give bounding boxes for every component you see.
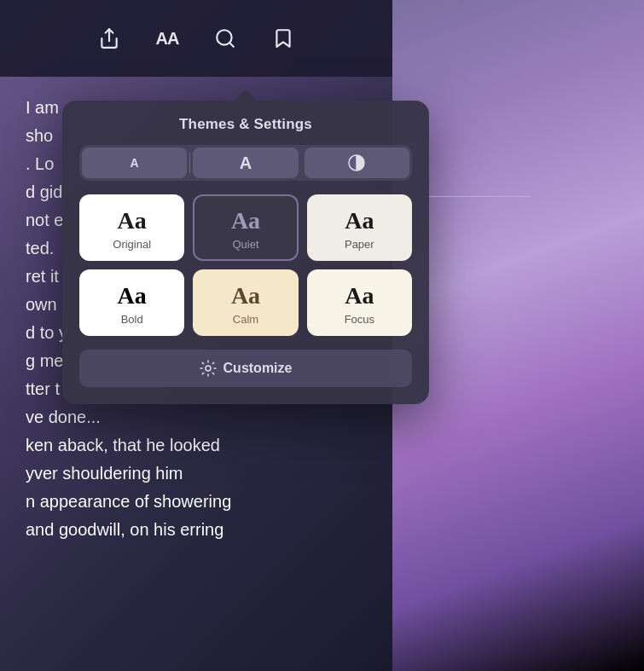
font-small-button[interactable]: A — [82, 148, 187, 178]
theme-quiet-label: Quiet — [232, 238, 258, 251]
theme-bold-label: Bold — [121, 313, 143, 326]
theme-original-text: Aa — [118, 208, 147, 234]
font-size-label: AA — [156, 29, 179, 49]
font-small-label: A — [131, 156, 139, 170]
contrast-button[interactable] — [305, 148, 409, 178]
font-large-button[interactable]: A — [193, 148, 298, 178]
theme-original[interactable]: Aa Original — [79, 194, 184, 261]
contrast-icon — [347, 153, 366, 172]
theme-bold-text: Aa — [118, 283, 147, 309]
theme-calm-label: Calm — [233, 313, 258, 326]
theme-calm-text: Aa — [231, 283, 260, 309]
segment-control: A A — [79, 145, 412, 181]
theme-paper-text: Aa — [345, 208, 374, 234]
theme-calm[interactable]: Aa Calm — [193, 269, 298, 336]
search-button[interactable] — [210, 23, 241, 54]
customize-label: Customize — [223, 361, 293, 376]
theme-grid: Aa Original Aa Quiet Aa Paper Aa Bold Aa… — [79, 194, 412, 336]
panel-caret — [234, 90, 258, 101]
theme-focus-text: Aa — [345, 283, 374, 309]
theme-focus[interactable]: Aa Focus — [307, 269, 412, 336]
theme-paper[interactable]: Aa Paper — [307, 194, 412, 261]
font-size-button[interactable]: AA — [152, 23, 183, 54]
theme-original-label: Original — [113, 238, 151, 251]
panel-title: Themes & Settings — [62, 101, 429, 145]
customize-button[interactable]: Customize — [79, 350, 412, 387]
font-large-label: A — [240, 153, 252, 173]
customize-icon — [200, 360, 217, 377]
segment-divider — [189, 153, 190, 173]
theme-bold[interactable]: Aa Bold — [79, 269, 184, 336]
theme-quiet-text: Aa — [231, 208, 260, 234]
share-button[interactable] — [94, 23, 125, 54]
toolbar: AA — [0, 0, 392, 77]
side-indicator-line — [429, 196, 531, 197]
background-right — [392, 0, 644, 671]
theme-quiet[interactable]: Aa Quiet — [193, 194, 298, 261]
theme-focus-label: Focus — [345, 313, 374, 326]
theme-paper-label: Paper — [345, 238, 374, 251]
svg-marker-3 — [234, 90, 258, 101]
themes-settings-panel: Themes & Settings A A Aa Original Aa — [62, 101, 429, 404]
svg-point-6 — [206, 366, 211, 371]
svg-line-2 — [229, 43, 234, 47]
bookmark-button[interactable] — [268, 23, 299, 54]
